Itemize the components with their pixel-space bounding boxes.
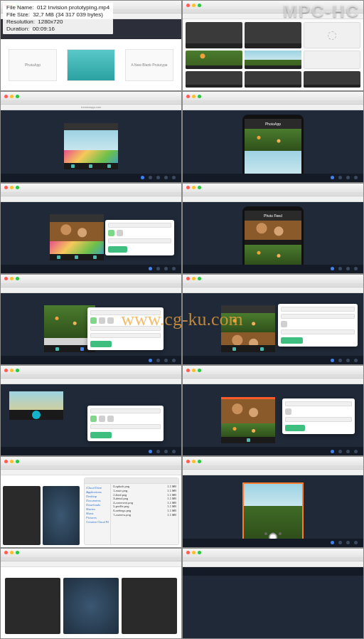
- panel-submit-button[interactable]: [281, 337, 303, 344]
- tool-icon[interactable]: [156, 176, 160, 179]
- thumb-4r: [182, 274, 364, 365]
- screen-preview[interactable]: [221, 305, 275, 352]
- finder-sidebar: iCloud Drive Applications Desktop Docume…: [85, 484, 111, 544]
- screen-preview[interactable]: [64, 123, 118, 169]
- proto-card-2[interactable]: [67, 49, 116, 81]
- thumb-4l: [0, 274, 182, 365]
- finder-filelist[interactable]: 0-splash.png1.1 MB 1-main.png1.1 MB 2-fe…: [111, 484, 178, 544]
- file-name-row: File Name: 012 Invision prototyping.mp4: [6, 4, 109, 11]
- resolution-value: 1280x720: [38, 19, 63, 25]
- hotspot-selected[interactable]: [32, 411, 41, 419]
- file-size-value: 32,7 MB (34 317 039 bytes): [33, 11, 103, 18]
- file-row: 7-camera.png1.1 MB: [112, 513, 178, 517]
- gallery-empty[interactable]: [304, 22, 360, 48]
- gallery-slot[interactable]: [186, 71, 242, 88]
- screen-preview[interactable]: [221, 397, 275, 443]
- tool-icon[interactable]: [172, 176, 176, 179]
- thumb-7l: [0, 548, 182, 639]
- thumbnail-grid: My Prototypes PhotoApp A New Blank Proto…: [0, 0, 364, 639]
- resolution-label: Resolution:: [6, 19, 35, 25]
- resolution-row: Resolution: 1280x720: [6, 19, 109, 26]
- dark-thumb[interactable]: [122, 578, 177, 634]
- proto-card-3[interactable]: A New Blank Prototype: [125, 49, 174, 81]
- thumb-3r: Photo Feed: [182, 183, 364, 274]
- file-name-label: File Name:: [6, 4, 34, 11]
- file-name-value: 012 Invision prototyping.mp4: [37, 4, 109, 11]
- thumb-6l: iCloud Drive Applications Desktop Docume…: [0, 456, 182, 547]
- panel-submit-button[interactable]: [90, 341, 112, 347]
- dark-thumb[interactable]: [3, 486, 41, 544]
- editor-toolbar: [1, 174, 181, 182]
- gallery-slot[interactable]: [245, 51, 301, 68]
- finder-dialog[interactable]: iCloud Drive Applications Desktop Docume…: [84, 477, 179, 544]
- gallery-slot[interactable]: [304, 71, 360, 88]
- thumb-3l: [0, 183, 182, 274]
- phone-preview[interactable]: Photo Feed: [242, 206, 304, 269]
- player-brand: MPC-HC: [283, 1, 360, 21]
- thumb-6r: [182, 456, 364, 547]
- screen-preview[interactable]: [50, 214, 104, 260]
- hotspot-panel[interactable]: [87, 307, 164, 350]
- tool-icon[interactable]: [141, 176, 144, 179]
- panel-submit-button[interactable]: [108, 246, 127, 253]
- thumb-5l: [0, 365, 182, 456]
- file-size-label: File Size:: [6, 11, 30, 18]
- proto-card-1[interactable]: PhotoApp: [9, 49, 58, 81]
- gallery-slot[interactable]: [186, 51, 242, 68]
- hotspot-panel[interactable]: [87, 406, 164, 441]
- gallery-slot[interactable]: [245, 22, 301, 48]
- dark-thumb[interactable]: [5, 578, 60, 634]
- duration-value: 00:09:16: [33, 26, 55, 32]
- phone-app-title: PhotoApp: [245, 119, 301, 129]
- phone-feed-title: Photo Feed: [245, 211, 301, 221]
- gallery-slot[interactable]: [245, 71, 301, 88]
- gallery-empty[interactable]: [304, 51, 360, 68]
- duration-row: Duration: 00:09:16: [6, 26, 109, 33]
- camera-preview[interactable]: [242, 482, 304, 539]
- gallery-slot[interactable]: [186, 22, 242, 48]
- tool-icon[interactable]: [149, 176, 152, 179]
- thumb-5r: [182, 365, 364, 456]
- dark-thumb[interactable]: [63, 578, 119, 634]
- file-info-box: File Name: 012 Invision prototyping.mp4 …: [3, 3, 113, 34]
- hotspot-panel[interactable]: [282, 398, 355, 434]
- file-size-row: File Size: 32,7 MB (34 317 039 bytes): [6, 11, 109, 19]
- tool-icon[interactable]: [164, 176, 168, 179]
- thumb-7r: [182, 548, 364, 639]
- duration-label: Duration:: [6, 26, 29, 32]
- thumb-2r: PhotoApp: [182, 91, 364, 182]
- dark-thumb[interactable]: [43, 486, 80, 544]
- phone-preview[interactable]: PhotoApp: [242, 115, 304, 177]
- hotspot-panel[interactable]: [278, 304, 358, 347]
- hotspot-panel[interactable]: [105, 220, 174, 255]
- thumb-2l: invisionapp.com: [0, 91, 182, 182]
